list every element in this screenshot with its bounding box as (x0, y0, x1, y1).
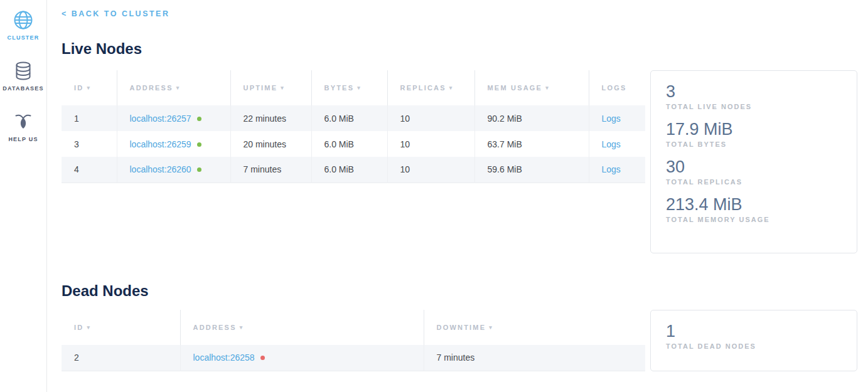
sort-arrow-icon: ▾ (87, 85, 91, 91)
node-address-link[interactable]: localhost:26260 (130, 164, 191, 174)
live-status-icon (197, 167, 201, 172)
column-header-label: DOWNTIME (437, 324, 486, 331)
node-replicas-cell: 10 (387, 131, 474, 157)
sort-arrow-icon: ▾ (449, 85, 454, 91)
column-header-logs: LOGS (589, 70, 645, 105)
summary-stat: 17.9 MiB TOTAL BYTES (666, 119, 842, 148)
node-replicas-cell: 10 (387, 157, 474, 183)
node-address-cell: localhost:26260 (117, 157, 230, 183)
sort-arrow-icon: ▾ (176, 85, 181, 91)
node-uptime-cell: 20 minutes (230, 131, 311, 157)
node-id-cell: 3 (62, 131, 117, 157)
node-logs-cell: Logs (589, 131, 645, 157)
column-header-label: REPLICAS (400, 84, 446, 92)
column-header-label: ADDRESS (130, 84, 173, 92)
node-bytes-cell: 6.0 MiB (311, 105, 387, 131)
stat-value: 1 (666, 321, 842, 341)
node-mem-cell: 63.7 MiB (474, 131, 589, 157)
column-header-bytes[interactable]: BYTES▾ (311, 70, 387, 105)
summary-stat: 1 TOTAL DEAD NODES (666, 321, 842, 350)
stat-label: TOTAL BYTES (666, 140, 842, 148)
sidebar-item-cluster[interactable]: CLUSTER (8, 9, 40, 41)
stat-value: 17.9 MiB (666, 119, 842, 139)
logs-link[interactable]: Logs (602, 164, 621, 174)
column-header-address[interactable]: ADDRESS▾ (180, 310, 424, 345)
sort-arrow-icon: ▾ (357, 85, 362, 91)
globe-icon (12, 9, 35, 31)
node-id-cell: 1 (62, 105, 117, 131)
column-header-label: UPTIME (244, 84, 278, 92)
column-header-replicas[interactable]: REPLICAS▾ (387, 70, 474, 105)
stat-label: TOTAL LIVE NODES (666, 103, 842, 110)
dead-nodes-summary-panel: 1 TOTAL DEAD NODES (650, 310, 857, 371)
node-bytes-cell: 6.0 MiB (311, 131, 387, 157)
sidebar-item-label: CLUSTER (8, 34, 40, 41)
node-address-cell: localhost:26257 (117, 105, 230, 131)
summary-stat: 30 TOTAL REPLICAS (666, 157, 842, 186)
node-mem-cell: 59.6 MiB (474, 157, 589, 183)
column-header-address[interactable]: ADDRESS▾ (117, 70, 230, 105)
logs-link[interactable]: Logs (602, 139, 621, 149)
sidebar-item-label: HELP US (8, 136, 38, 142)
table-row: 4 localhost:26260 7 minutes 6.0 MiB 10 5… (62, 157, 645, 183)
node-downtime-cell: 7 minutes (424, 345, 645, 371)
live-table-header-row: ID▾ ADDRESS▾ UPTIME▾ BYTES▾ REPLICAS▾ ME… (62, 70, 645, 105)
node-address-link[interactable]: localhost:26259 (130, 139, 191, 149)
stat-label: TOTAL DEAD NODES (666, 342, 842, 350)
database-icon (12, 60, 35, 82)
node-replicas-cell: 10 (387, 105, 474, 131)
column-header-label: BYTES (324, 84, 355, 92)
column-header-id[interactable]: ID▾ (62, 310, 180, 345)
dead-nodes-section: ID▾ ADDRESS▾ DOWNTIME▾ 2 localhost:26258… (62, 310, 857, 371)
cockroach-icon (12, 110, 35, 133)
column-header-label: MEM USAGE (488, 84, 543, 92)
summary-stat: 213.4 MiB TOTAL MEMORY USAGE (666, 194, 842, 223)
dead-nodes-title: Dead Nodes (62, 282, 857, 300)
summary-stat: 3 TOTAL LIVE NODES (666, 82, 842, 110)
sort-arrow-icon: ▾ (489, 324, 493, 331)
node-mem-cell: 90.2 MiB (474, 105, 589, 131)
stat-label: TOTAL MEMORY USAGE (666, 216, 842, 223)
node-id-cell: 2 (62, 345, 180, 371)
node-address-cell: localhost:26259 (117, 131, 230, 157)
table-row: 2 localhost:26258 7 minutes (62, 345, 645, 371)
column-header-label: ID (74, 324, 83, 331)
sidebar-item-help-us[interactable]: HELP US (8, 110, 38, 142)
column-header-label: ADDRESS (193, 324, 237, 331)
live-nodes-table: ID▾ ADDRESS▾ UPTIME▾ BYTES▾ REPLICAS▾ ME… (62, 70, 645, 183)
node-logs-cell: Logs (589, 157, 645, 183)
node-id-cell: 4 (62, 157, 117, 183)
node-uptime-cell: 7 minutes (230, 157, 311, 183)
node-uptime-cell: 22 minutes (230, 105, 311, 131)
sort-arrow-icon: ▾ (87, 324, 91, 331)
column-header-mem-usage[interactable]: MEM USAGE▾ (474, 70, 589, 105)
column-header-downtime[interactable]: DOWNTIME▾ (424, 310, 645, 345)
stat-value: 3 (666, 82, 842, 102)
logs-link[interactable]: Logs (602, 114, 621, 124)
column-header-label: ID (74, 84, 83, 92)
app-window: CLUSTER DATABASES HELP US < BACK TO CLUS… (0, 0, 868, 392)
live-nodes-summary-panel: 3 TOTAL LIVE NODES 17.9 MiB TOTAL BYTES … (650, 70, 857, 253)
node-address-link[interactable]: localhost:26258 (193, 352, 255, 363)
dead-nodes-table: ID▾ ADDRESS▾ DOWNTIME▾ 2 localhost:26258… (62, 310, 645, 371)
sort-arrow-icon: ▾ (281, 85, 285, 91)
column-header-uptime[interactable]: UPTIME▾ (230, 70, 311, 105)
stat-value: 30 (666, 157, 842, 177)
dead-table-header-row: ID▾ ADDRESS▾ DOWNTIME▾ (62, 310, 645, 345)
live-nodes-section: ID▾ ADDRESS▾ UPTIME▾ BYTES▾ REPLICAS▾ ME… (62, 70, 857, 253)
sidebar-item-label: DATABASES (3, 85, 43, 92)
column-header-label: LOGS (602, 84, 627, 92)
column-header-id[interactable]: ID▾ (62, 70, 117, 105)
sort-arrow-icon: ▾ (545, 85, 550, 91)
table-row: 3 localhost:26259 20 minutes 6.0 MiB 10 … (62, 131, 645, 157)
node-address-cell: localhost:26258 (180, 345, 424, 371)
node-bytes-cell: 6.0 MiB (311, 157, 387, 183)
stat-label: TOTAL REPLICAS (666, 178, 842, 186)
sidebar-item-databases[interactable]: DATABASES (3, 60, 43, 92)
back-to-cluster-link[interactable]: < BACK TO CLUSTER (62, 9, 170, 18)
live-status-icon (197, 142, 201, 147)
node-address-link[interactable]: localhost:26257 (130, 114, 191, 124)
live-nodes-title: Live Nodes (62, 40, 857, 58)
node-logs-cell: Logs (589, 105, 645, 131)
sort-arrow-icon: ▾ (240, 324, 244, 331)
